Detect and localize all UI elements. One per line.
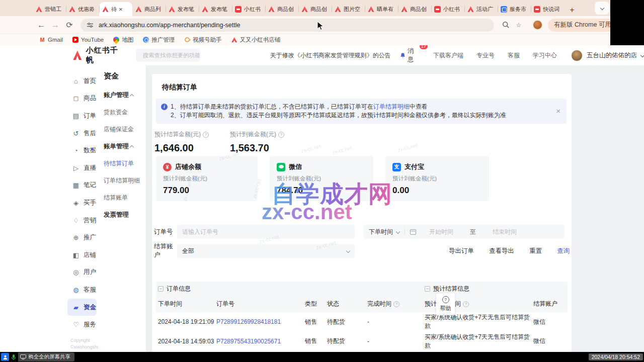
submenu-item-deposit[interactable]: 店铺保证金: [104, 125, 146, 134]
tab-favicon: [368, 6, 374, 13]
cell-order-no-link[interactable]: P728975543190025671: [216, 338, 305, 345]
browser-tab[interactable]: 商品创 ×: [398, 2, 431, 16]
browser-tab[interactable]: 服务市 ×: [498, 2, 531, 16]
bookmark-item[interactable]: 又又小红书店铺: [231, 36, 281, 44]
bookmark-item[interactable]: 推广管理: [143, 36, 175, 44]
collapse-icon[interactable]: −: [425, 286, 430, 292]
browser-tab[interactable]: 营销工 ×: [33, 2, 66, 16]
app-header: 小红书千帆 搜索查找你想要的功能 关于修改《小红书商家发货管理规则》的公告 消息…: [0, 45, 644, 65]
submenu-item-loan-funds[interactable]: 货款资金: [104, 108, 146, 117]
browser-tab[interactable]: 待 ×: [99, 2, 132, 16]
sidebar-item[interactable]: ♢ 营销: [65, 212, 99, 229]
new-tab-button[interactable]: +: [566, 4, 578, 16]
settle-detail-link[interactable]: 订单结算明细: [373, 103, 410, 110]
help-icon[interactable]: ?: [463, 301, 469, 307]
sidebar-item[interactable]: ◎ 用户: [65, 264, 99, 282]
tab-favicon: [102, 6, 109, 13]
table-row: 2024-04-18 14:59:03 P728975543190025671 …: [156, 332, 568, 351]
sidebar-item[interactable]: ◻ 商品: [65, 90, 99, 108]
browser-tab[interactable]: 快说词 ×: [531, 2, 564, 16]
browser-tab[interactable]: 图片空 ×: [332, 2, 365, 16]
app-search-input[interactable]: 搜索查找你想要的功能: [136, 49, 200, 62]
close-icon[interactable]: ×: [556, 107, 560, 115]
sidebar-item[interactable]: ♡ 服务: [65, 316, 99, 333]
submenu-group-account[interactable]: 账户管理: [104, 91, 146, 100]
query-button[interactable]: 查询: [557, 247, 570, 255]
bookmark-star-icon[interactable]: ☆: [512, 22, 525, 29]
reset-button[interactable]: 重置: [529, 247, 542, 255]
view-exports-button[interactable]: 查看导出: [489, 247, 514, 255]
submenu-group-invoice[interactable]: 发票管理: [104, 211, 146, 219]
reload-button[interactable]: ⟳: [62, 20, 76, 30]
bookmark-item[interactable]: 视频号助手: [184, 36, 222, 44]
sidebar-item[interactable]: ◧ 店铺: [65, 246, 99, 264]
help-icon[interactable]: ?: [393, 301, 399, 307]
sidebar-item[interactable]: ▰ 资金: [67, 299, 97, 316]
tab-title: 商品创: [310, 6, 327, 13]
date-range-picker[interactable]: 下单时间 开始时间 至 结束时间: [364, 225, 565, 239]
bell-icon: [400, 52, 406, 59]
learning-center-link[interactable]: 学习中心: [533, 51, 557, 60]
cell-finish-time: -: [367, 338, 425, 345]
sidebar-item[interactable]: ◔ 数据: [65, 142, 99, 159]
browser-tab[interactable]: 优惠劵 ×: [66, 2, 99, 16]
submenu-group-bills[interactable]: 账单管理: [104, 142, 146, 151]
sidebar-item[interactable]: ▷ 直播: [65, 159, 99, 177]
browser-tab[interactable]: 活动广 ×: [464, 2, 498, 16]
end-date-placeholder[interactable]: 结束时间: [493, 228, 517, 236]
announcement-link[interactable]: 关于修改《小红书商家发货管理规则》的公告: [270, 51, 391, 60]
sidebar-item[interactable]: ⌂ 首页: [65, 72, 99, 90]
back-button[interactable]: ←: [34, 21, 48, 30]
forward-button[interactable]: →: [48, 21, 62, 30]
tab-title: 商品创: [277, 6, 294, 13]
cell-order-no-link[interactable]: P728991269928418181: [216, 318, 305, 325]
tab-search-button[interactable]: [595, 2, 609, 15]
address-bar[interactable]: ark.xiaohongshu.com/app-merchant/pending…: [80, 19, 494, 32]
submenu-item-pending-settle[interactable]: 待结算订单: [104, 159, 146, 168]
messages-button[interactable]: 消息 17: [400, 47, 417, 64]
account-menu[interactable]: 五台山的佑佑的店: [571, 50, 644, 61]
browser-tab[interactable]: 商品列 ×: [132, 2, 166, 16]
browser-tab[interactable]: 发布笔 ×: [199, 2, 232, 16]
browser-tab[interactable]: 商品创 ×: [298, 2, 332, 16]
tab-title: 图片空: [344, 6, 360, 13]
bookmark-item[interactable]: M Gmail: [39, 37, 63, 43]
collapse-icon[interactable]: −: [158, 286, 164, 292]
bookmark-item[interactable]: YouTube: [72, 37, 104, 43]
professional-account-link[interactable]: 专业号: [476, 51, 495, 60]
brand[interactable]: 小红书千帆: [73, 46, 118, 65]
browser-tab[interactable]: 小红书 ×: [431, 2, 464, 16]
browser-profile-avatar[interactable]: [532, 20, 543, 30]
browser-tab[interactable]: 小红书 ×: [232, 2, 265, 16]
bookmark-item[interactable]: 地图: [113, 36, 133, 44]
notice-line2: 2、订单可能因取消、退款、违反平台规则等原因不予结算或延迟结算，故预计结算时间和…: [161, 111, 551, 120]
browser-tab[interactable]: 晒单有 ×: [365, 2, 398, 16]
help-button[interactable]: ? 帮助: [436, 293, 455, 315]
settle-account-select[interactable]: 全部: [177, 244, 355, 258]
sidebar-item[interactable]: ◈ 买手: [65, 194, 99, 212]
share-status-pill[interactable]: 鸦全全的屏幕共享: [18, 352, 74, 361]
submenu-item-settle-detail[interactable]: 订单结算明细: [104, 176, 146, 185]
submenu-item-settle-bill[interactable]: 结算账单: [104, 194, 146, 202]
app-search-placeholder: 搜索查找你想要的功能: [143, 52, 200, 59]
sidebar-item[interactable]: ↺ 售后: [65, 125, 99, 142]
site-settings-icon[interactable]: [87, 22, 94, 29]
sidebar-item[interactable]: ◍ 客服: [65, 281, 99, 299]
browser-tab[interactable]: 发布笔 ×: [166, 2, 199, 16]
help-icon[interactable]: ?: [203, 132, 209, 138]
browser-tab[interactable]: 商品创 ×: [265, 2, 298, 16]
download-client-link[interactable]: 下载客户端: [433, 51, 463, 60]
monitor-icon: [20, 354, 26, 359]
start-date-placeholder[interactable]: 开始时间: [429, 228, 453, 236]
cell-settle-account: 微信: [533, 337, 568, 345]
search-tabs-icon[interactable]: [499, 21, 512, 29]
sidebar-item[interactable]: ▤ 订单: [65, 107, 99, 125]
help-icon[interactable]: ?: [278, 132, 284, 138]
sidebar-item[interactable]: ▦ 笔记: [65, 177, 99, 195]
tab-close-icon[interactable]: ×: [119, 6, 123, 13]
order-no-input[interactable]: 请输入订单号: [177, 225, 355, 239]
time-type-select[interactable]: 下单时间: [369, 228, 393, 236]
sidebar-item[interactable]: ⊕ 推广: [65, 229, 99, 246]
customer-service-link[interactable]: 客服: [508, 51, 520, 60]
export-orders-button[interactable]: 导出订单: [449, 247, 474, 255]
